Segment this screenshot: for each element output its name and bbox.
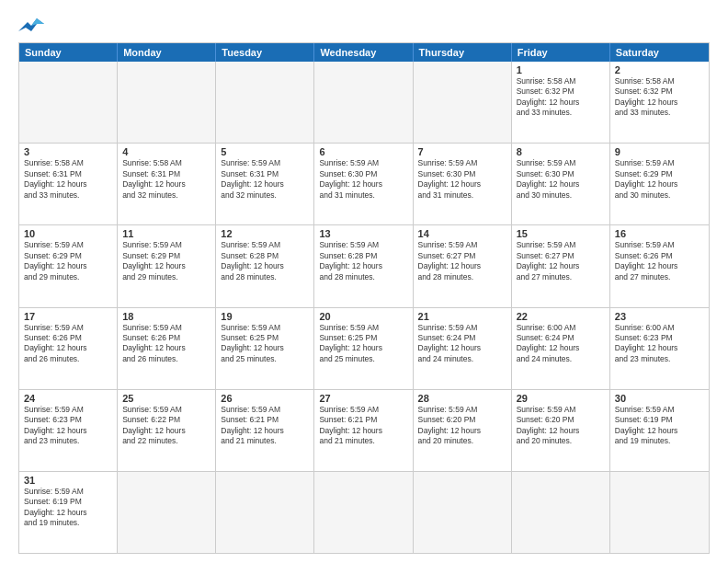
day-number: 24 <box>24 393 112 404</box>
calendar-cell: 21Sunrise: 5:59 AM Sunset: 6:24 PM Dayli… <box>414 308 512 389</box>
calendar-cell <box>414 62 512 143</box>
day-info: Sunrise: 5:59 AM Sunset: 6:24 PM Dayligh… <box>418 323 506 365</box>
day-number: 22 <box>517 311 605 322</box>
page: SundayMondayTuesdayWednesdayThursdayFrid… <box>0 0 728 563</box>
header-day-sunday: Sunday <box>19 43 118 62</box>
calendar-cell: 5Sunrise: 5:59 AM Sunset: 6:31 PM Daylig… <box>216 144 314 224</box>
calendar-cell: 13Sunrise: 5:59 AM Sunset: 6:28 PM Dayli… <box>314 225 413 306</box>
header <box>18 15 710 35</box>
day-info: Sunrise: 5:59 AM Sunset: 6:28 PM Dayligh… <box>221 240 309 282</box>
calendar-cell: 16Sunrise: 5:59 AM Sunset: 6:26 PM Dayli… <box>610 225 709 306</box>
calendar-cell <box>314 472 413 553</box>
day-info: Sunrise: 5:59 AM Sunset: 6:30 PM Dayligh… <box>418 158 506 201</box>
day-info: Sunrise: 5:59 AM Sunset: 6:26 PM Dayligh… <box>24 323 112 365</box>
calendar-week-1: 1Sunrise: 5:58 AM Sunset: 6:32 PM Daylig… <box>19 62 709 143</box>
day-number: 19 <box>221 311 309 322</box>
day-info: Sunrise: 5:59 AM Sunset: 6:20 PM Dayligh… <box>517 405 605 447</box>
day-number: 9 <box>615 146 704 157</box>
calendar-cell: 14Sunrise: 5:59 AM Sunset: 6:27 PM Dayli… <box>414 225 512 306</box>
calendar-cell: 4Sunrise: 5:58 AM Sunset: 6:31 PM Daylig… <box>118 144 216 224</box>
day-info: Sunrise: 5:59 AM Sunset: 6:27 PM Dayligh… <box>418 240 506 282</box>
header-day-saturday: Saturday <box>610 43 709 62</box>
day-number: 15 <box>517 228 605 239</box>
calendar-cell: 8Sunrise: 5:59 AM Sunset: 6:30 PM Daylig… <box>512 144 610 224</box>
day-number: 2 <box>615 64 704 75</box>
calendar-week-4: 17Sunrise: 5:59 AM Sunset: 6:26 PM Dayli… <box>19 307 709 389</box>
calendar-cell: 9Sunrise: 5:59 AM Sunset: 6:29 PM Daylig… <box>610 144 709 224</box>
day-number: 21 <box>418 311 506 322</box>
calendar-cell <box>216 62 314 143</box>
day-number: 26 <box>221 393 309 404</box>
day-number: 16 <box>615 228 704 239</box>
calendar-cell: 18Sunrise: 5:59 AM Sunset: 6:26 PM Dayli… <box>118 308 216 389</box>
header-day-friday: Friday <box>512 43 610 62</box>
calendar-cell: 25Sunrise: 5:59 AM Sunset: 6:22 PM Dayli… <box>118 390 216 471</box>
day-number: 31 <box>24 475 112 486</box>
calendar-cell: 23Sunrise: 6:00 AM Sunset: 6:23 PM Dayli… <box>610 308 709 389</box>
day-info: Sunrise: 5:59 AM Sunset: 6:20 PM Dayligh… <box>418 405 506 447</box>
day-number: 28 <box>418 393 506 404</box>
day-number: 18 <box>122 311 210 322</box>
day-number: 5 <box>221 146 309 157</box>
day-number: 10 <box>24 228 112 239</box>
calendar-header: SundayMondayTuesdayWednesdayThursdayFrid… <box>19 43 709 62</box>
day-number: 29 <box>517 393 605 404</box>
logo <box>18 15 48 35</box>
calendar-cell: 20Sunrise: 5:59 AM Sunset: 6:25 PM Dayli… <box>314 308 413 389</box>
header-day-monday: Monday <box>118 43 216 62</box>
day-number: 20 <box>319 311 407 322</box>
day-number: 23 <box>615 311 704 322</box>
calendar-cell: 3Sunrise: 5:58 AM Sunset: 6:31 PM Daylig… <box>19 144 118 224</box>
day-info: Sunrise: 5:59 AM Sunset: 6:26 PM Dayligh… <box>122 323 210 365</box>
day-info: Sunrise: 5:59 AM Sunset: 6:30 PM Dayligh… <box>517 158 605 201</box>
calendar-cell <box>512 472 610 553</box>
calendar-cell: 27Sunrise: 5:59 AM Sunset: 6:21 PM Dayli… <box>314 390 413 471</box>
day-info: Sunrise: 5:59 AM Sunset: 6:26 PM Dayligh… <box>615 240 704 282</box>
calendar-cell: 22Sunrise: 6:00 AM Sunset: 6:24 PM Dayli… <box>512 308 610 389</box>
calendar-cell: 31Sunrise: 5:59 AM Sunset: 6:19 PM Dayli… <box>19 472 118 553</box>
day-info: Sunrise: 5:59 AM Sunset: 6:29 PM Dayligh… <box>24 240 112 282</box>
day-number: 13 <box>319 228 407 239</box>
calendar-cell <box>610 472 709 553</box>
calendar-cell: 24Sunrise: 5:59 AM Sunset: 6:23 PM Dayli… <box>19 390 118 471</box>
day-info: Sunrise: 5:58 AM Sunset: 6:31 PM Dayligh… <box>24 158 112 201</box>
day-info: Sunrise: 5:59 AM Sunset: 6:29 PM Dayligh… <box>122 240 210 282</box>
calendar-cell: 26Sunrise: 5:59 AM Sunset: 6:21 PM Dayli… <box>216 390 314 471</box>
day-info: Sunrise: 5:59 AM Sunset: 6:19 PM Dayligh… <box>615 405 704 447</box>
day-info: Sunrise: 5:59 AM Sunset: 6:25 PM Dayligh… <box>221 323 309 365</box>
calendar-cell: 12Sunrise: 5:59 AM Sunset: 6:28 PM Dayli… <box>216 225 314 306</box>
day-info: Sunrise: 5:59 AM Sunset: 6:27 PM Dayligh… <box>517 240 605 282</box>
calendar-week-6: 31Sunrise: 5:59 AM Sunset: 6:19 PM Dayli… <box>19 471 709 553</box>
day-number: 30 <box>615 393 704 404</box>
calendar-cell <box>118 62 216 143</box>
calendar-cell <box>314 62 413 143</box>
header-day-wednesday: Wednesday <box>314 43 413 62</box>
day-info: Sunrise: 6:00 AM Sunset: 6:24 PM Dayligh… <box>517 323 605 365</box>
calendar-cell <box>216 472 314 553</box>
day-number: 25 <box>122 393 210 404</box>
calendar-cell: 29Sunrise: 5:59 AM Sunset: 6:20 PM Dayli… <box>512 390 610 471</box>
calendar-cell: 1Sunrise: 5:58 AM Sunset: 6:32 PM Daylig… <box>512 62 610 143</box>
day-info: Sunrise: 5:59 AM Sunset: 6:28 PM Dayligh… <box>319 240 407 282</box>
calendar-cell: 6Sunrise: 5:59 AM Sunset: 6:30 PM Daylig… <box>314 144 413 224</box>
day-number: 1 <box>517 64 605 75</box>
calendar-cell: 2Sunrise: 5:58 AM Sunset: 6:32 PM Daylig… <box>610 62 709 143</box>
day-info: Sunrise: 5:59 AM Sunset: 6:29 PM Dayligh… <box>615 158 704 201</box>
day-number: 7 <box>418 146 506 157</box>
calendar-cell: 19Sunrise: 5:59 AM Sunset: 6:25 PM Dayli… <box>216 308 314 389</box>
header-day-tuesday: Tuesday <box>216 43 314 62</box>
calendar-cell: 30Sunrise: 5:59 AM Sunset: 6:19 PM Dayli… <box>610 390 709 471</box>
day-info: Sunrise: 5:58 AM Sunset: 6:32 PM Dayligh… <box>517 76 605 119</box>
day-info: Sunrise: 5:59 AM Sunset: 6:25 PM Dayligh… <box>319 323 407 365</box>
day-number: 11 <box>122 228 210 239</box>
svg-marker-0 <box>18 18 44 31</box>
day-info: Sunrise: 5:59 AM Sunset: 6:21 PM Dayligh… <box>319 405 407 447</box>
day-info: Sunrise: 5:59 AM Sunset: 6:22 PM Dayligh… <box>122 405 210 447</box>
logo-icon <box>18 15 44 35</box>
calendar-cell: 28Sunrise: 5:59 AM Sunset: 6:20 PM Dayli… <box>414 390 512 471</box>
calendar-cell: 10Sunrise: 5:59 AM Sunset: 6:29 PM Dayli… <box>19 225 118 306</box>
calendar-week-2: 3Sunrise: 5:58 AM Sunset: 6:31 PM Daylig… <box>19 143 709 224</box>
day-number: 12 <box>221 228 309 239</box>
day-info: Sunrise: 5:58 AM Sunset: 6:32 PM Dayligh… <box>615 76 704 119</box>
day-number: 3 <box>24 146 112 157</box>
